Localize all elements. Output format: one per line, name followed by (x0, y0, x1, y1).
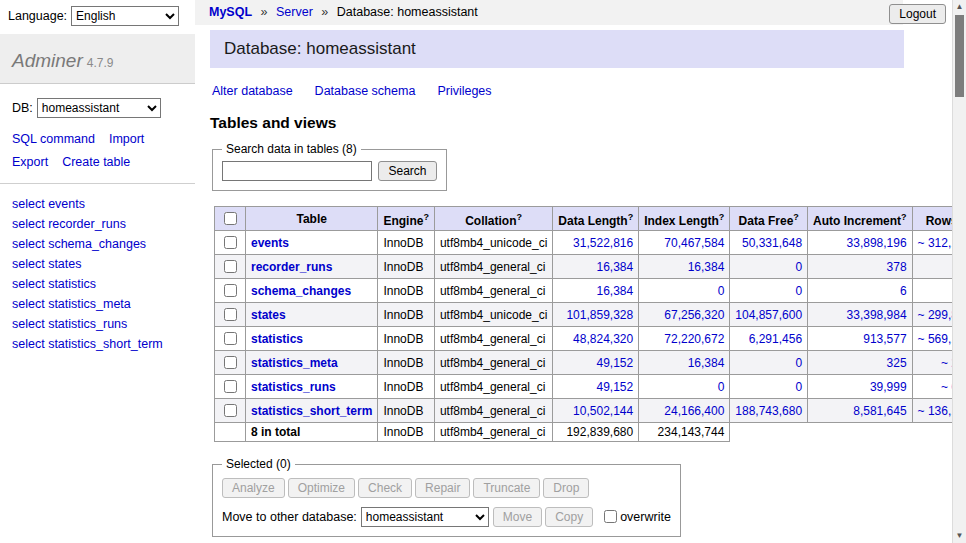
data-free-link[interactable]: 0 (795, 356, 802, 370)
logout-button[interactable]: Logout (889, 4, 946, 24)
create-table-link-sidebar[interactable]: Create table (62, 155, 130, 169)
auto-increment-link[interactable]: 325 (887, 356, 907, 370)
rows-count-link[interactable]: ~ 136,108 (918, 404, 952, 418)
data-free-link[interactable]: 188,743,680 (735, 404, 802, 418)
index-length-link[interactable]: 0 (718, 380, 725, 394)
auto-increment-link[interactable]: 39,999 (870, 380, 907, 394)
sidebar-table-link[interactable]: select events (12, 194, 183, 214)
data-length-link[interactable]: 16,384 (596, 284, 633, 298)
data-length-link[interactable]: 31,522,816 (573, 236, 633, 250)
database-nav-link[interactable]: Privileges (437, 84, 491, 98)
auto-increment-link[interactable]: 33,898,196 (847, 236, 907, 250)
row-checkbox[interactable] (224, 356, 237, 369)
data-free-link[interactable]: 6,291,456 (749, 332, 802, 346)
cell-table-name: states (246, 303, 378, 327)
row-checkbox[interactable] (224, 284, 237, 297)
selected-action-button[interactable]: Analyze (222, 478, 285, 498)
data-free-link[interactable]: 0 (795, 260, 802, 274)
table-name-link[interactable]: statistics_runs (251, 380, 336, 394)
row-checkbox[interactable] (224, 404, 237, 417)
database-nav-link[interactable]: Alter database (212, 84, 293, 98)
data-length-link[interactable]: 49,152 (596, 380, 633, 394)
table-name-link[interactable]: statistics_meta (251, 356, 338, 370)
selected-action-button[interactable]: Check (358, 478, 412, 498)
auto-increment-link[interactable]: 913,577 (863, 332, 906, 346)
breadcrumb-mysql-link[interactable]: MySQL (209, 5, 252, 19)
scroll-up-arrow-icon[interactable]: ▲ (953, 0, 966, 14)
table-name-link[interactable]: statistics_short_term (251, 404, 372, 418)
selected-action-button[interactable]: Repair (415, 478, 470, 498)
index-length-link[interactable]: 16,384 (688, 260, 725, 274)
sidebar-table-link[interactable]: select statistics (12, 274, 183, 294)
row-checkbox[interactable] (224, 260, 237, 273)
sidebar-table-link[interactable]: select statistics_short_term (12, 334, 183, 354)
language-select[interactable]: English (71, 6, 179, 26)
rows-count-link[interactable]: ~ 569,159 (918, 332, 952, 346)
index-length-link[interactable]: 0 (718, 284, 725, 298)
scroll-down-arrow-icon[interactable]: ▼ (953, 529, 966, 543)
help-mark: ? (517, 212, 523, 222)
table-name-link[interactable]: schema_changes (251, 284, 351, 298)
search-button[interactable]: Search (378, 161, 436, 181)
total-data-length: 192,839,680 (553, 423, 639, 442)
breadcrumb-server-link[interactable]: Server (276, 5, 313, 19)
sidebar-table-link[interactable]: select recorder_runs (12, 214, 183, 234)
import-link[interactable]: Import (109, 132, 144, 146)
index-length-link[interactable]: 70,467,584 (664, 236, 724, 250)
data-free-link[interactable]: 0 (795, 380, 802, 394)
auto-increment-link[interactable]: 33,398,984 (847, 308, 907, 322)
cell-auto-increment: 8,581,645 (808, 399, 913, 423)
row-checkbox[interactable] (224, 308, 237, 321)
sidebar-table-link[interactable]: select states (12, 254, 183, 274)
data-length-link[interactable]: 16,384 (596, 260, 633, 274)
search-input[interactable] (222, 161, 372, 181)
export-link[interactable]: Export (12, 155, 48, 169)
auto-increment-link[interactable]: 378 (887, 260, 907, 274)
auto-increment-link[interactable]: 6 (900, 284, 907, 298)
data-length-link[interactable]: 48,824,320 (573, 332, 633, 346)
row-checkbox[interactable] (224, 332, 237, 345)
index-length-link[interactable]: 24,166,400 (664, 404, 724, 418)
scrollbar-thumb[interactable] (955, 15, 964, 97)
table-name-link[interactable]: recorder_runs (251, 260, 332, 274)
index-length-link[interactable]: 16,384 (688, 356, 725, 370)
index-length-link[interactable]: 72,220,672 (664, 332, 724, 346)
sql-command-link[interactable]: SQL command (12, 132, 95, 146)
data-length-link[interactable]: 49,152 (596, 356, 633, 370)
selected-action-button[interactable]: Truncate (473, 478, 540, 498)
overwrite-checkbox[interactable] (604, 510, 617, 523)
data-free-link[interactable]: 104,857,600 (735, 308, 802, 322)
data-length-link[interactable]: 10,502,144 (573, 404, 633, 418)
row-checkbox[interactable] (224, 380, 237, 393)
row-checkbox[interactable] (224, 236, 237, 249)
table-row: states InnoDB utf8mb4_unicode_ci 101,859… (215, 303, 953, 327)
data-length-link[interactable]: 101,859,328 (566, 308, 633, 322)
table-name-link[interactable]: statistics (251, 332, 303, 346)
data-free-link[interactable]: 0 (795, 284, 802, 298)
selected-action-button[interactable]: Optimize (288, 478, 355, 498)
rows-count-link[interactable]: ~ 244 (941, 356, 952, 370)
rows-count-link[interactable]: ~ 312,180 (918, 236, 952, 250)
cell-rows: ~ 244 (912, 351, 952, 375)
database-nav-link[interactable]: Database schema (315, 84, 416, 98)
selected-action-button[interactable]: Drop (543, 478, 589, 498)
move-database-select[interactable]: homeassistant (361, 507, 489, 527)
move-button[interactable]: Move (493, 507, 542, 527)
adminer-logo[interactable]: Adminer (12, 50, 83, 71)
copy-button[interactable]: Copy (545, 507, 593, 527)
rows-count-link[interactable]: ~ 299,833 (918, 308, 952, 322)
table-name-link[interactable]: events (251, 236, 289, 250)
db-select[interactable]: homeassistant (37, 98, 161, 118)
sidebar-table-link[interactable]: select statistics_meta (12, 294, 183, 314)
breadcrumb-separator: » (261, 5, 268, 19)
cell-data-free: 104,857,600 (730, 303, 808, 327)
index-length-link[interactable]: 67,256,320 (664, 308, 724, 322)
rows-count-link[interactable]: ~ 628 (941, 380, 952, 394)
data-free-link[interactable]: 50,331,648 (742, 236, 802, 250)
table-name-link[interactable]: states (251, 308, 286, 322)
select-all-checkbox[interactable] (224, 212, 237, 225)
vertical-scrollbar[interactable]: ▲ ▼ (952, 0, 966, 543)
sidebar-table-link[interactable]: select schema_changes (12, 234, 183, 254)
auto-increment-link[interactable]: 8,581,645 (853, 404, 906, 418)
sidebar-table-link[interactable]: select statistics_runs (12, 314, 183, 334)
